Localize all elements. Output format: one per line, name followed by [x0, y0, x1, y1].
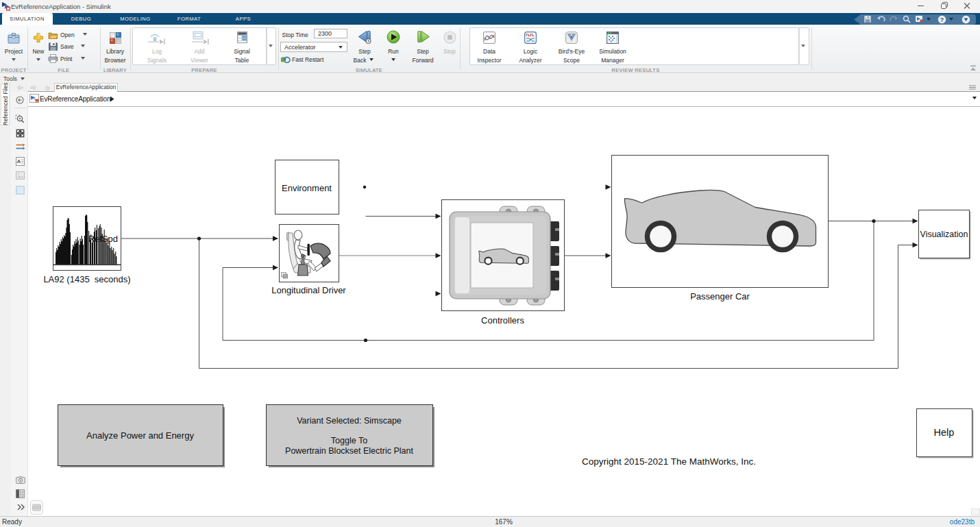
save-file-icon[interactable]	[48, 42, 58, 51]
project-caret[interactable]	[12, 58, 16, 61]
tools-menu[interactable]: Tools	[3, 75, 17, 82]
tools-menu-caret[interactable]	[21, 77, 25, 80]
image-icon[interactable]	[16, 171, 25, 180]
data-inspector-button-line1[interactable]: Data	[469, 48, 510, 55]
help-block-label[interactable]: Help	[916, 427, 972, 438]
library-browser-icon[interactable]	[110, 32, 121, 44]
logic-analyzer-button-line2[interactable]: Analyzer	[510, 57, 551, 64]
save-button[interactable]: Save	[60, 43, 73, 50]
signal-table-button-line2[interactable]: Table	[221, 57, 262, 64]
step-forward-icon[interactable]	[416, 30, 430, 45]
annotation-icon[interactable]: A	[16, 157, 25, 166]
library-browser-button-line1[interactable]: Library	[100, 48, 130, 55]
fast-restart-icon[interactable]	[281, 56, 291, 63]
birdseye-scope-icon[interactable]	[565, 32, 578, 44]
hide-explorer-icon[interactable]	[16, 96, 24, 104]
la92-block-label[interactable]: LA92 (1435 seconds)	[32, 274, 142, 284]
new-caret[interactable]	[36, 58, 40, 61]
add-viewer-button-line1[interactable]: Add	[179, 48, 220, 55]
signal-table-icon[interactable]	[237, 32, 247, 43]
step-forward-button-line2[interactable]: Forward	[403, 57, 443, 64]
save-icon[interactable]	[863, 15, 872, 23]
new-icon[interactable]	[33, 32, 44, 42]
step-back-caret[interactable]	[369, 58, 373, 61]
birdseye-scope-button-line2[interactable]: Scope	[551, 57, 592, 64]
block-variant-toggle[interactable]	[266, 404, 433, 466]
help-icon[interactable]: ?	[938, 15, 946, 24]
simulation-manager-icon[interactable]	[607, 32, 619, 44]
data-inspector-button-line2[interactable]: Inspector	[469, 57, 510, 64]
document-tab[interactable]: EvReferenceApplication	[54, 83, 118, 92]
new-button[interactable]: New	[27, 48, 49, 55]
minimize-button[interactable]	[909, 0, 932, 12]
screenshot-dropdown-caret[interactable]	[927, 18, 931, 21]
logic-analyzer-icon[interactable]	[524, 32, 537, 44]
block-controllers[interactable]	[441, 199, 565, 311]
search-icon[interactable]	[903, 15, 911, 23]
prepare-gallery-caret[interactable]	[269, 45, 273, 47]
help-dropdown-caret[interactable]	[949, 18, 953, 21]
signal-table-button-line1[interactable]: Signal	[221, 48, 262, 55]
add-viewer-button-line2[interactable]: Viewer	[179, 57, 220, 64]
model-browser-icon[interactable]	[16, 489, 25, 498]
zoom-icon[interactable]	[15, 114, 25, 123]
log-signals-icon[interactable]	[147, 31, 166, 45]
tab-list-icon[interactable]	[969, 85, 976, 90]
print-icon[interactable]	[48, 54, 58, 63]
camera-icon[interactable]	[16, 476, 25, 484]
tab-simulation[interactable]: SIMULATION	[2, 13, 53, 25]
tab-format[interactable]: FORMAT	[161, 13, 218, 25]
stop-icon[interactable]	[443, 31, 456, 44]
step-back-button-line2[interactable]: Back	[340, 57, 380, 64]
log-signals-button-line2[interactable]: Signals	[136, 57, 177, 64]
simulation-manager-button-line1[interactable]: Simulation	[592, 48, 633, 55]
navigate-forward-icon[interactable]	[30, 85, 37, 90]
open-icon[interactable]	[48, 31, 58, 40]
area-box-icon[interactable]	[16, 186, 25, 195]
qat-expand-icon[interactable]	[961, 15, 970, 24]
simulation-mode-select[interactable]: Accelerator	[280, 42, 347, 52]
route-signals-icon[interactable]	[16, 143, 25, 150]
tab-apps[interactable]: APPS	[218, 13, 269, 25]
print-caret[interactable]	[81, 57, 85, 60]
screenshot-icon[interactable]	[915, 15, 924, 23]
fit-to-view-icon[interactable]	[16, 129, 25, 138]
tab-modeling[interactable]: MODELING	[110, 13, 161, 25]
breadcrumb-dropdown-caret[interactable]	[972, 97, 977, 99]
library-browser-button-line2[interactable]: Browser	[100, 57, 130, 64]
fast-restart-button[interactable]: Fast Restart	[292, 56, 323, 63]
stop-time-input[interactable]: 2300	[314, 29, 347, 38]
undo-icon[interactable]	[877, 15, 885, 23]
breadcrumb-root-label[interactable]: EvReferenceApplication	[40, 95, 110, 103]
print-button[interactable]: Print	[60, 56, 72, 62]
logic-analyzer-button-line1[interactable]: Logic	[510, 48, 551, 55]
navigate-back-icon[interactable]	[16, 85, 23, 90]
analyze-block-label[interactable]: Analyze Power and Energy	[58, 430, 223, 441]
log-signals-button-line1[interactable]: Log	[136, 48, 177, 55]
close-button[interactable]	[955, 0, 979, 12]
simulation-manager-button-line2[interactable]: Manager	[592, 57, 633, 64]
collapse-ribbon-icon[interactable]	[970, 65, 977, 71]
maximize-button[interactable]	[932, 0, 955, 12]
run-caret[interactable]	[391, 58, 395, 61]
navigate-up-icon[interactable]	[45, 85, 51, 90]
run-icon[interactable]	[387, 30, 400, 44]
project-icon[interactable]	[8, 32, 20, 44]
open-caret[interactable]	[83, 33, 87, 36]
block-passenger-car[interactable]	[611, 155, 829, 288]
step-back-icon[interactable]	[358, 30, 372, 45]
redo-icon[interactable]	[890, 15, 898, 23]
save-caret[interactable]	[81, 45, 85, 47]
referenced-files-tab[interactable]: Referenced Files	[1, 84, 10, 125]
project-button[interactable]: Project	[0, 48, 27, 55]
open-button[interactable]: Open	[60, 32, 75, 38]
birdseye-scope-button-line1[interactable]: Bird's-Eye	[551, 48, 592, 55]
expand-palette-icon[interactable]	[17, 504, 25, 511]
layers-button[interactable]	[30, 500, 43, 515]
block-longitudinal-driver[interactable]	[279, 224, 339, 282]
status-solver[interactable]: ode23tb	[911, 518, 975, 526]
tab-debug[interactable]: DEBUG	[53, 13, 110, 25]
review-gallery-caret[interactable]	[801, 45, 805, 47]
data-inspector-icon[interactable]	[483, 32, 495, 44]
add-viewer-icon[interactable]	[191, 31, 210, 45]
